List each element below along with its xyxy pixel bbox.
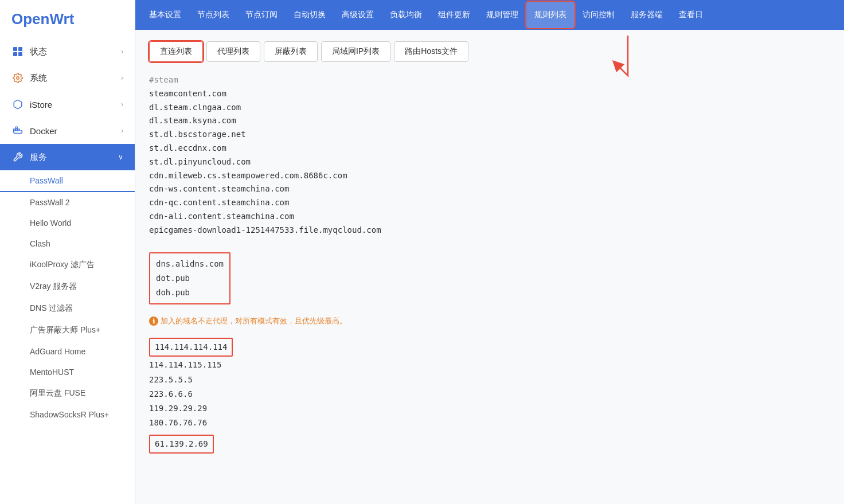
domain-list-section: #steam steamcontent.com dl.steam.clngaa.… [149, 73, 830, 237]
topnav-pluginupdate[interactable]: 组件更新 [430, 2, 478, 28]
topnav-nodelist[interactable]: 节点列表 [189, 2, 237, 28]
sidebar-item-services-label: 服务 [30, 152, 47, 163]
sidebar-item-docker[interactable]: Docker › [0, 118, 135, 144]
subtab-lanip[interactable]: 局域网IP列表 [321, 41, 390, 62]
domain-item: dl.steam.clngaa.com [149, 101, 830, 115]
subtab-proxy[interactable]: 代理列表 [206, 41, 260, 62]
highlight-domain-item: dot.pub [156, 271, 224, 286]
sidebar-sub-item-dnsfilter[interactable]: DNS 过滤器 [0, 298, 135, 319]
domain-item: epicgames-download1-1251447533.file.myqc… [149, 224, 830, 237]
sidebar: OpenWrt 状态 › 系统 [0, 0, 135, 504]
highlight-ip-item: 114.114.114.114 [155, 342, 227, 351]
sub-tabs: 直连列表 代理列表 屏蔽列表 局域网IP列表 路由Hosts文件 [149, 41, 830, 62]
sidebar-nav: 状态 › 系统 › iStore › [0, 38, 135, 504]
domain-item: cdn-ws.content.steamchina.com [149, 182, 830, 196]
highlight-domain-item: doh.pub [156, 286, 224, 300]
sidebar-sub-item-v2ray[interactable]: V2ray 服务器 [0, 276, 135, 298]
domain-item: cdn-ali.content.steamchina.com [149, 210, 830, 224]
domain-item: st.dl.bscstorage.net [149, 128, 830, 142]
sidebar-item-status[interactable]: 状态 › [0, 38, 135, 65]
sidebar-sub-item-passwall2[interactable]: PassWall 2 [0, 192, 135, 213]
svg-rect-0 [13, 47, 17, 51]
sidebar-sub-item-passwall[interactable]: PassWall [0, 170, 135, 192]
info-icon: ℹ [149, 317, 158, 326]
topnav-loadbalance[interactable]: 负载均衡 [382, 2, 430, 28]
logo-text: OpenWrt [11, 10, 74, 28]
topnav-rulelist[interactable]: 规则列表 [526, 2, 575, 28]
topnav-rulemanage[interactable]: 规则管理 [478, 2, 526, 28]
sidebar-sub-item-shadowsocks[interactable]: ShadowSocksR Plus+ [0, 404, 135, 425]
topnav-accesscontrol[interactable]: 访问控制 [575, 2, 623, 28]
ip-item: 223.6.6.6 [149, 387, 830, 401]
svg-rect-7 [18, 129, 19, 131]
domain-item: #steam [149, 73, 830, 87]
sidebar-sub-item-adguard[interactable]: AdGuard Home [0, 341, 135, 362]
sidebar-sub-item-admaster[interactable]: 广告屏蔽大师 Plus+ [0, 319, 135, 341]
svg-rect-8 [15, 127, 17, 128]
highlight-domain-item: dns.alidns.com [156, 257, 224, 271]
chevron-right-icon4: › [121, 127, 123, 135]
ip-section: 114.114.114.114 114.114.115.115 223.5.5.… [149, 338, 830, 454]
sidebar-item-status-label: 状态 [30, 46, 47, 57]
sidebar-sub-menu: PassWall PassWall 2 Hello World Clash iK… [0, 170, 135, 425]
sidebar-sub-item-mentohust[interactable]: MentoHUST [0, 362, 135, 382]
content-area: 直连列表 代理列表 屏蔽列表 局域网IP列表 路由Hosts文件 #steam … [135, 30, 844, 504]
domain-item: st.dl.pinyuncloud.com [149, 155, 830, 169]
sidebar-item-system-label: 系统 [30, 73, 47, 84]
gear-icon [11, 72, 24, 84]
chevron-right-icon3: › [121, 100, 123, 108]
chevron-right-icon: › [121, 48, 123, 56]
top-nav: 基本设置 节点列表 节点订阅 自动切换 高级设置 负载均衡 组件更新 规则管理 … [135, 0, 844, 30]
docker-icon [11, 124, 24, 137]
svg-rect-6 [15, 129, 17, 131]
svg-rect-3 [18, 52, 22, 56]
sidebar-item-system[interactable]: 系统 › [0, 65, 135, 91]
ip-item: 180.76.76.76 [149, 416, 830, 430]
info-text: ℹ 加入的域名不走代理，对所有模式有效，且优先级最高。 [149, 316, 830, 326]
highlight-ip-item2: 61.139.2.69 [155, 439, 208, 448]
subtab-direct[interactable]: 直连列表 [149, 41, 203, 62]
info-text-content: 加入的域名不走代理，对所有模式有效，且优先级最高。 [161, 316, 347, 326]
subtab-hosts[interactable]: 路由Hosts文件 [394, 41, 468, 62]
domain-item: steamcontent.com [149, 87, 830, 101]
sidebar-sub-item-aliyun[interactable]: 阿里云盘 FUSE [0, 382, 135, 404]
topnav-autoswitch[interactable]: 自动切换 [286, 2, 334, 28]
ip-item: 119.29.29.29 [149, 401, 830, 416]
sidebar-item-istore[interactable]: iStore › [0, 91, 135, 118]
subtab-block[interactable]: 屏蔽列表 [264, 41, 318, 62]
chevron-down-icon: ∨ [118, 153, 123, 161]
topnav-view[interactable]: 查看日 [671, 2, 711, 28]
main-area: 基本设置 节点列表 节点订阅 自动切换 高级设置 负载均衡 组件更新 规则管理 … [135, 0, 844, 504]
chevron-right-icon2: › [121, 74, 123, 82]
topnav-basic[interactable]: 基本设置 [141, 2, 189, 28]
topnav-nodesubscribe[interactable]: 节点订阅 [237, 2, 286, 28]
domain-list: #steam steamcontent.com dl.steam.clngaa.… [149, 73, 830, 237]
sidebar-sub-item-ikoolproxy[interactable]: iKoolProxy 滤广告 [0, 254, 135, 276]
wrench-icon [11, 151, 24, 163]
sidebar-sub-item-helloworld[interactable]: Hello World [0, 213, 135, 233]
highlight-domain-box: dns.alidns.com dot.pub doh.pub [149, 252, 230, 305]
domain-item: dl.steam.ksyna.com [149, 114, 830, 128]
sidebar-item-services[interactable]: 服务 ∨ [0, 144, 135, 170]
box-icon [11, 98, 24, 111]
grid-icon [11, 45, 24, 58]
svg-rect-2 [13, 52, 17, 56]
logo: OpenWrt [0, 0, 135, 38]
domain-item: st.dl.eccdnx.com [149, 142, 830, 155]
sidebar-item-istore-label: iStore [30, 100, 52, 110]
topnav-serverside[interactable]: 服务器端 [623, 2, 671, 28]
sidebar-item-docker-label: Docker [30, 126, 57, 136]
sidebar-sub-item-clash[interactable]: Clash [0, 233, 135, 254]
ip-item: 223.5.5.5 [149, 373, 830, 387]
svg-point-4 [17, 77, 19, 80]
topnav-advanced[interactable]: 高级设置 [334, 2, 382, 28]
ip-item: 114.114.115.115 [149, 358, 830, 372]
svg-rect-1 [18, 47, 22, 51]
domain-item: cdn-qc.content.steamchina.com [149, 196, 830, 210]
domain-item: cdn.mileweb.cs.steampowered.com.8686c.co… [149, 169, 830, 183]
